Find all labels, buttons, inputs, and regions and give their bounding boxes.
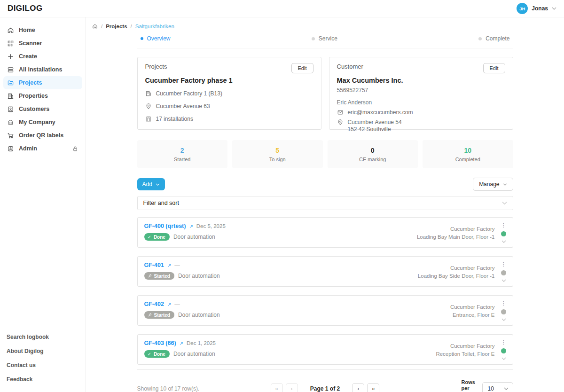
home-icon[interactable]	[92, 24, 98, 29]
sidebar-item-label: Home	[19, 27, 35, 33]
stat-value: 5	[275, 147, 279, 154]
installation-site: Cucumber Factory	[450, 303, 495, 311]
sidebar-item-label: Order QR labels	[19, 132, 63, 139]
link-about-digilog[interactable]: About Digilog	[0, 344, 86, 358]
status-badge: Started	[144, 272, 174, 280]
status-dot	[501, 348, 506, 353]
location-pin-icon	[337, 119, 344, 125]
tab-service[interactable]: Service	[312, 35, 337, 42]
edit-customer-button[interactable]: Edit	[483, 63, 505, 73]
installation-row: GF-401 ↗ — Started Door automatio	[137, 256, 513, 287]
project-installations-count: 17 installations	[156, 116, 193, 122]
project-property: Cucumber Factory 1 (B13)	[156, 90, 222, 97]
sidebar-item-create[interactable]: Create	[3, 50, 82, 63]
building-icon	[7, 92, 14, 100]
installation-location: Entrance, Floor E	[450, 311, 495, 319]
sidebar-item-scanner[interactable]: Scanner	[3, 37, 82, 50]
filter-and-sort-panel[interactable]: Filter and sort	[137, 196, 513, 210]
installation-row: GF-402 ↗ — Started Door automatio	[137, 295, 513, 326]
tab-label: Complete	[486, 35, 509, 42]
row-count-text: Showing 10 of 17 row(s).	[137, 385, 271, 392]
sidebar-item-admin[interactable]: Admin	[3, 142, 82, 155]
tab-overview[interactable]: Overview	[141, 35, 171, 42]
rows-per-page-select[interactable]: 10	[482, 382, 513, 392]
breadcrumb-current[interactable]: Saltgurkfabriken	[135, 24, 174, 29]
installation-date: Dec 1, 2025	[187, 340, 216, 346]
app-logo: DIGILOG	[8, 4, 43, 13]
cart-icon	[7, 132, 14, 139]
installation-location: Reception Toilet, Floor E	[436, 350, 494, 358]
chevron-down-icon	[503, 183, 507, 186]
status-dot	[501, 309, 506, 314]
link-feedback[interactable]: Feedback	[0, 372, 86, 386]
tab-dot	[141, 37, 143, 40]
sidebar-footer: Search logbook About Digilog Contact us …	[0, 330, 86, 386]
installation-link[interactable]: GF-400 (qrtest)	[144, 223, 186, 229]
sidebar-item-label: Properties	[19, 93, 48, 99]
stat-completed: 10 Completed	[423, 140, 513, 168]
status-badge: ✓ Done	[144, 233, 170, 241]
link-contact-us[interactable]: Contact us	[0, 358, 86, 372]
avatar[interactable]: JH	[517, 3, 528, 14]
project-card: Projects Edit Cucumber Factory phase 1 C…	[137, 57, 321, 130]
chevron-down-icon	[156, 183, 160, 186]
sidebar-item-projects[interactable]: Projects	[3, 76, 82, 89]
status-badge: ✓ Done	[144, 350, 170, 358]
more-options-icon[interactable]: ⋮	[501, 340, 507, 345]
project-name: Cucumber Factory phase 1	[145, 77, 313, 84]
link-search-logbook[interactable]: Search logbook	[0, 330, 86, 344]
customer-email-row: eric@maxcucumbers.com	[337, 109, 505, 116]
chevron-down-icon	[552, 7, 556, 10]
sidebar-item-label: Customers	[19, 106, 49, 112]
chevron-down-icon	[502, 202, 507, 204]
prev-page-button[interactable]: ‹	[286, 383, 298, 392]
add-button[interactable]: Add	[137, 178, 165, 190]
installation-date: —	[174, 301, 180, 307]
more-options-icon[interactable]: ⋮	[501, 262, 507, 267]
customer-email: eric@maxcucumbers.com	[348, 109, 413, 116]
chevron-down-icon[interactable]	[501, 357, 506, 360]
project-address-row: Cucumber Avenue 63	[145, 103, 313, 110]
sidebar-item-all-installations[interactable]: All installations	[3, 63, 82, 76]
sidebar-item-customers[interactable]: Customers	[3, 102, 82, 116]
external-link-icon: ↗	[189, 224, 193, 229]
more-options-icon[interactable]: ⋮	[501, 301, 507, 306]
installation-location: Loading Bay Main Door, Floor -1	[417, 233, 495, 241]
tab-complete[interactable]: Complete	[478, 35, 509, 42]
installations-icon	[7, 66, 14, 73]
sidebar-item-my-company[interactable]: My Company	[3, 116, 82, 129]
installation-type: Door automation	[178, 273, 220, 279]
more-options-icon[interactable]: ⋮	[501, 223, 507, 227]
manage-button[interactable]: Manage	[473, 178, 513, 191]
sidebar-item-home[interactable]: Home	[3, 24, 82, 37]
chevron-down-icon[interactable]	[501, 318, 506, 321]
qr-scanner-icon	[7, 39, 14, 47]
sidebar-item-order-qr-labels[interactable]: Order QR labels	[3, 129, 82, 142]
breadcrumb-projects[interactable]: Projects	[106, 24, 127, 29]
customer-org-number: 5569522757	[337, 87, 505, 94]
installation-link[interactable]: GF-402	[144, 301, 164, 307]
last-page-button[interactable]: »	[367, 383, 379, 392]
stat-value: 2	[180, 147, 184, 154]
installation-link[interactable]: GF-403 (66)	[144, 340, 176, 346]
rows-per-page-label: Rows per page	[462, 379, 477, 392]
stat-to-sign: 5 To sign	[232, 140, 323, 168]
installation-site: Cucumber Factory	[436, 342, 494, 350]
sidebar-item-properties[interactable]: Properties	[3, 89, 82, 102]
user-menu[interactable]: JH Jonas	[517, 3, 556, 14]
stepper-tabs: Overview Service Complete	[137, 35, 513, 48]
next-page-button[interactable]: ›	[352, 383, 364, 392]
stat-ce-marking: 0 CE marking	[328, 140, 418, 168]
check-icon: ✓	[148, 235, 151, 240]
sidebar-item-label: My Company	[19, 119, 55, 125]
chevron-down-icon[interactable]	[501, 240, 506, 243]
edit-project-button[interactable]: Edit	[291, 63, 313, 73]
rows-per-page-value: 10	[488, 385, 494, 392]
customer-contact-name: Eric Anderson	[337, 99, 505, 106]
customer-card: Customer Edit Max Cucumbers Inc. 5569522…	[329, 57, 513, 130]
chevron-down-icon[interactable]	[501, 279, 506, 282]
stat-label: CE marking	[359, 157, 386, 162]
installation-link[interactable]: GF-401	[144, 262, 164, 268]
first-page-button[interactable]: «	[271, 383, 283, 392]
sidebar-item-label: Admin	[19, 145, 37, 152]
